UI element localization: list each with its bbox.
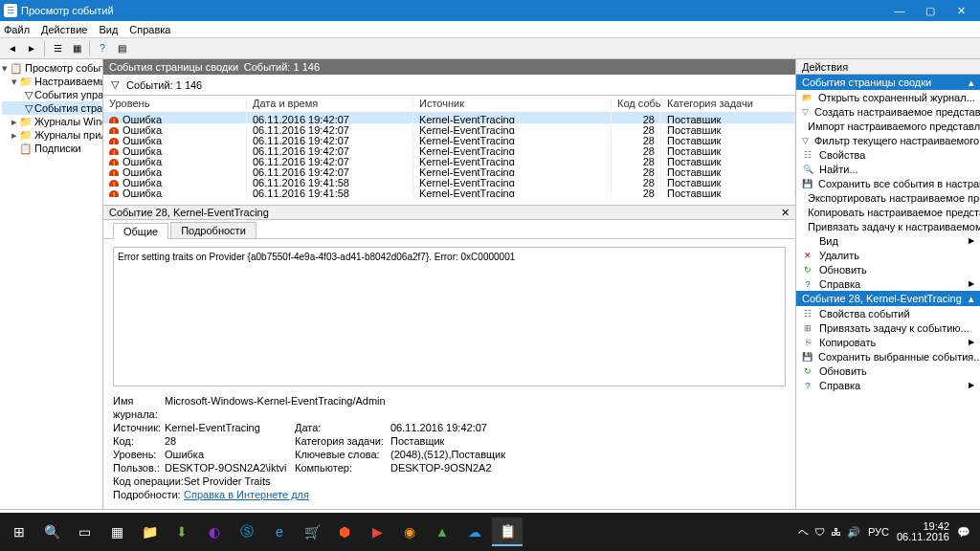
action-item[interactable]: Копировать настраиваемое представление..…: [796, 205, 980, 219]
taskbar-app[interactable]: ◉: [394, 518, 425, 546]
table-row[interactable]: !Ошибка06.11.2016 19:41:58Kernel-EventTr…: [103, 187, 795, 197]
detail-close-icon[interactable]: ✕: [781, 207, 790, 219]
toolbar-extra-icon[interactable]: ▤: [113, 40, 130, 57]
actions-header: Действия: [796, 59, 980, 75]
action-item[interactable]: 📂Открыть сохраненный журнал...: [796, 90, 980, 104]
action-item[interactable]: ?Справка▶: [796, 276, 980, 291]
tree-custom-1[interactable]: События страницы свод: [34, 101, 103, 115]
action-item[interactable]: ⊞Привязать задачу к событию...: [796, 320, 980, 335]
action-item[interactable]: ▽Фильтр текущего настраиваемого представ…: [796, 133, 980, 147]
action-item[interactable]: Экспортировать настраиваемое представлен…: [796, 190, 980, 205]
toolbar-help-icon[interactable]: ?: [94, 40, 111, 57]
tab-details[interactable]: Подробности: [170, 222, 256, 238]
taskbar-app[interactable]: ▶: [362, 518, 392, 546]
table-row[interactable]: !Ошибка06.11.2016 19:41:58Kernel-EventTr…: [103, 176, 795, 187]
menu-action[interactable]: Действие: [41, 24, 87, 35]
taskbar-app[interactable]: ▲: [427, 518, 457, 546]
taskbar-app-active[interactable]: 📋: [492, 518, 523, 546]
action-item[interactable]: ☷Свойства: [796, 147, 980, 162]
toolbar-action-icon[interactable]: ☰: [49, 40, 66, 57]
filter-icon[interactable]: ▽: [111, 78, 119, 91]
actions-section-2[interactable]: Событие 28, Kernel-EventTracing▴: [796, 291, 980, 306]
collapse-icon[interactable]: ▴: [969, 293, 974, 305]
action-item[interactable]: Импорт настраиваемого представления...: [796, 119, 980, 133]
detail-message: Error setting traits on Provider {a0b755…: [113, 247, 786, 386]
table-row[interactable]: !Ошибка06.11.2016 19:42:07Kernel-EventTr…: [103, 155, 795, 165]
action-item[interactable]: 🔍Найти...: [796, 162, 980, 176]
action-icon: ▽: [802, 106, 809, 118]
maximize-button[interactable]: ▢: [915, 0, 946, 21]
tray-clock[interactable]: 19:4206.11.2016: [897, 521, 949, 542]
help-link[interactable]: Справка в Интернете для: [184, 488, 309, 501]
col-datetime[interactable]: Дата и время: [247, 96, 413, 112]
table-row[interactable]: !Ошибка06.11.2016 19:42:07Kernel-EventTr…: [103, 134, 795, 144]
back-button[interactable]: ◄: [4, 40, 21, 57]
taskbar-app[interactable]: e: [264, 518, 295, 546]
events-header: События страницы сводки Событий: 1 146: [103, 59, 795, 75]
taskbar[interactable]: ⊞ 🔍 ▭ ▦ 📁 ⬇ ◐ Ⓢ e 🛒 ⬢ ▶ ◉ ▲ ☁ 📋 ヘ🛡🖧🔊 РУС…: [0, 513, 980, 551]
taskbar-app[interactable]: ▦: [101, 518, 132, 546]
menu-help[interactable]: Справка: [129, 24, 170, 35]
action-item[interactable]: ☷Свойства событий: [796, 306, 980, 320]
actions-section-1[interactable]: События страницы сводки▴: [796, 75, 980, 90]
action-icon: ⎘: [802, 337, 813, 348]
close-button[interactable]: ✕: [946, 0, 976, 21]
table-row[interactable]: !Ошибка06.11.2016 19:42:07Kernel-EventTr…: [103, 165, 795, 176]
col-id[interactable]: Код события: [612, 96, 661, 112]
tree-subs[interactable]: Подписки: [34, 142, 81, 155]
action-item[interactable]: ▽Создать настраиваемое представление...: [796, 104, 980, 119]
detail-pane-title: Событие 28, Kernel-EventTracing ✕: [103, 205, 795, 220]
action-item[interactable]: Вид▶: [796, 233, 980, 248]
tab-general[interactable]: Общие: [113, 223, 168, 239]
tree-applogs[interactable]: Журналы приложений и сл: [34, 128, 103, 142]
error-icon: !: [109, 159, 119, 166]
minimize-button[interactable]: —: [884, 0, 915, 21]
forward-button[interactable]: ►: [23, 40, 40, 57]
taskbar-app[interactable]: ☁: [459, 518, 490, 546]
filter-count: Событий: 1 146: [126, 79, 202, 91]
tree-root[interactable]: Просмотр событий (Локальн: [25, 61, 103, 75]
action-item[interactable]: ✕Удалить: [796, 248, 980, 262]
collapse-icon[interactable]: ▴: [969, 77, 974, 89]
nav-tree[interactable]: ▾📋 Просмотр событий (Локальн ▾📁 Настраив…: [0, 59, 103, 509]
col-category[interactable]: Категория задачи: [661, 96, 795, 112]
start-button[interactable]: ⊞: [4, 518, 34, 546]
toolbar-prop-icon[interactable]: ▦: [68, 40, 85, 57]
action-item[interactable]: Привязать задачу к настраиваемому предст…: [796, 219, 980, 233]
table-row[interactable]: !Ошибка06.11.2016 19:42:07Kernel-EventTr…: [103, 144, 795, 155]
action-item[interactable]: ?Справка▶: [796, 378, 980, 392]
table-row[interactable]: !Ошибка06.11.2016 19:42:07Kernel-EventTr…: [103, 123, 795, 134]
taskbar-app[interactable]: Ⓢ: [232, 518, 262, 546]
grid-header[interactable]: Уровень Дата и время Источник Код событи…: [103, 96, 795, 113]
notifications-button[interactable]: 💬: [957, 526, 970, 539]
taskbar-app[interactable]: ⬢: [329, 518, 360, 546]
tree-winlogs[interactable]: Журналы Windows: [34, 115, 103, 128]
action-icon: ↻: [802, 264, 813, 276]
col-source[interactable]: Источник: [413, 96, 612, 112]
action-icon: 📂: [802, 92, 813, 103]
toolbar: ◄ ► ☰ ▦ ? ▤: [0, 38, 980, 59]
taskbar-app[interactable]: ◐: [199, 518, 230, 546]
taskbar-app[interactable]: 📁: [134, 518, 165, 546]
taskbar-app[interactable]: ⬇: [167, 518, 197, 546]
search-button[interactable]: 🔍: [36, 518, 67, 546]
tree-custom[interactable]: Настраиваемые представл: [34, 75, 103, 88]
taskbar-app[interactable]: 🛒: [297, 518, 327, 546]
menu-view[interactable]: Вид: [99, 24, 118, 35]
menubar: Файл Действие Вид Справка: [0, 21, 980, 38]
menu-file[interactable]: Файл: [4, 24, 30, 35]
system-tray[interactable]: ヘ🛡🖧🔊: [798, 525, 860, 540]
action-icon: ✕: [802, 250, 813, 261]
tray-lang[interactable]: РУС: [868, 526, 889, 538]
event-grid[interactable]: !Ошибка06.11.2016 19:42:07Kernel-EventTr…: [103, 113, 795, 205]
action-item[interactable]: ⎘Копировать▶: [796, 335, 980, 349]
action-item[interactable]: ↻Обновить: [796, 262, 980, 276]
tree-custom-0[interactable]: События управления: [34, 88, 103, 101]
action-item[interactable]: 💾Сохранить выбранные события...: [796, 349, 980, 364]
action-icon: ☷: [802, 308, 813, 320]
taskview-button[interactable]: ▭: [69, 518, 100, 546]
action-item[interactable]: 💾Сохранить все события в настраиваемом п…: [796, 176, 980, 190]
table-row[interactable]: !Ошибка06.11.2016 19:42:07Kernel-EventTr…: [103, 113, 795, 123]
action-item[interactable]: ↻Обновить: [796, 364, 980, 378]
col-level[interactable]: Уровень: [103, 96, 247, 112]
